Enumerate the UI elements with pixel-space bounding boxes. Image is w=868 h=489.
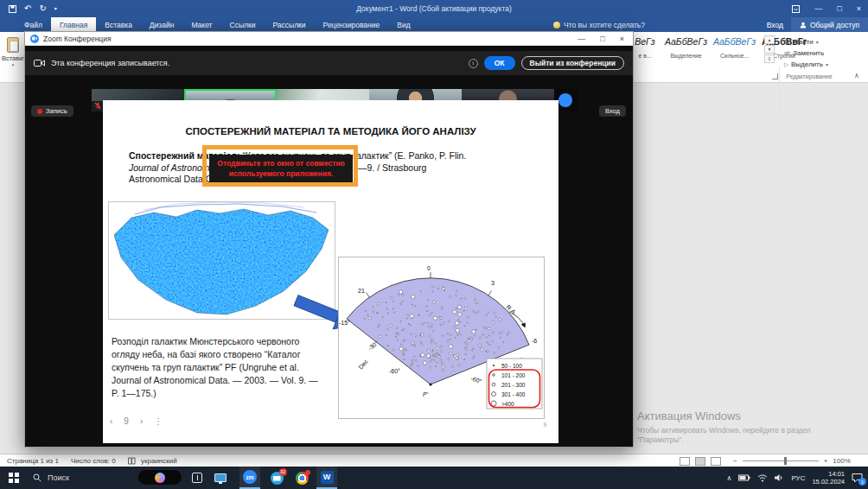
zoom-level[interactable]: 100% [833, 457, 850, 465]
zoom-minimize-button[interactable]: — [578, 35, 585, 43]
speaker-icon[interactable] [775, 473, 784, 482]
tab-view[interactable]: Вид [388, 17, 418, 32]
browser-button[interactable] [291, 467, 312, 489]
lightbulb-icon [553, 22, 560, 29]
ribbon-tab-row: ФайлГлавнаяВставкаДизайнМакетСсылкиРассы… [0, 17, 868, 32]
action-center-button[interactable]: 1 [852, 473, 863, 483]
read-mode-icon[interactable] [680, 457, 690, 466]
ribbon-display-icon[interactable] [792, 5, 800, 13]
ribbon-tabs: ФайлГлавнаяВставкаДизайнМакетСсылкиРассы… [16, 17, 419, 32]
dialog-launcher-icon[interactable] [772, 73, 778, 79]
file-explorer-button[interactable] [210, 467, 231, 489]
style-item[interactable]: ВеГзе в... [629, 35, 661, 60]
minimize-button[interactable]: — [814, 4, 822, 13]
copilot-icon [155, 473, 165, 483]
tab-layout[interactable]: Макет [182, 17, 220, 32]
word-icon: W [321, 471, 334, 484]
info-icon[interactable]: i [469, 59, 478, 68]
unread-badge: 32 [279, 468, 287, 476]
fan-chart: 21 0 3 -6 R.A. -15° -30° -60° Dec -60° -… [339, 257, 544, 416]
gallery-up-icon[interactable]: ▴ [764, 35, 775, 44]
gallery-down-icon[interactable]: ▾ [764, 45, 775, 54]
clipboard-icon [7, 37, 19, 53]
zoom-in-button[interactable]: + [824, 457, 828, 465]
slide-page-number: 9 [543, 422, 546, 428]
zoom-app-button[interactable]: zm [239, 467, 260, 489]
taskbar-search[interactable]: Поиск [33, 470, 69, 486]
prev-page-icon: ‹ [110, 416, 112, 426]
copilot-button[interactable] [138, 470, 182, 485]
tray-expand-icon[interactable]: ∧ [727, 474, 732, 482]
undo-icon[interactable]: ↶ [24, 4, 31, 13]
legend-label: 201 - 300 [501, 382, 526, 388]
legend-label: 50 - 100 [501, 363, 522, 369]
tell-me-box[interactable]: Что вы хотите сделать? [553, 17, 645, 32]
word-count[interactable]: Число слов: 0 [71, 457, 116, 465]
qat-dropdown-icon[interactable]: ▾ [54, 4, 57, 13]
slide-caption: Розподіл галактик Мюнстерського червоног… [112, 335, 328, 400]
proofing-icon[interactable] [128, 457, 136, 465]
replace-button[interactable]: ab Заменить [784, 48, 828, 59]
zoom-maximize-button[interactable]: □ [600, 35, 604, 43]
zoom-close-button[interactable]: × [620, 35, 624, 43]
shared-signin-button: Вход [599, 105, 626, 117]
style-gallery-scroll: ▴ ▾ ≡ [764, 35, 775, 64]
share-button[interactable]: Общий доступ [791, 17, 868, 32]
print-layout-icon[interactable] [695, 457, 705, 466]
zoom-out-button[interactable]: − [733, 457, 737, 465]
editing-group-label: Редактирование [784, 73, 834, 79]
task-view-button[interactable] [192, 473, 202, 483]
web-layout-icon[interactable] [711, 457, 721, 466]
word-signin-button[interactable]: Вход [759, 21, 791, 29]
tab-file[interactable]: Файл [16, 17, 51, 32]
gallery-more-icon[interactable]: ≡ [764, 54, 775, 63]
tab-design[interactable]: Дизайн [141, 17, 183, 32]
messenger-app-button[interactable]: 32 [266, 467, 287, 489]
clock[interactable]: 14:0115.02.2024 [812, 470, 845, 486]
save-icon[interactable] [9, 5, 16, 13]
quick-access-toolbar: ↶ ↻ ▾ [9, 0, 57, 17]
style-item[interactable]: АаБбВеГзСильное... [712, 35, 757, 60]
messenger-icon: 32 [271, 472, 284, 485]
ra-tick: 3 [491, 280, 495, 286]
tab-references[interactable]: Ссылки [221, 17, 265, 32]
zoom-slider-thumb[interactable] [784, 457, 787, 465]
battery-icon[interactable] [738, 474, 750, 481]
language-button[interactable]: украинский [141, 457, 177, 465]
shared-slide: СПОСТЕРЕЖНИЙ МАТЕРІАЛ ТА МЕТОДИКА ЙОГО А… [103, 100, 558, 443]
select-button[interactable]: ▷ Выделить▾ [784, 59, 828, 70]
select-cursor-icon: ▷ [784, 61, 788, 68]
tab-insert[interactable]: Вставка [96, 17, 141, 32]
dec-axis-label: Dec [357, 358, 369, 370]
zoom-body: Эта конференция записывается. i ОК Выйти… [25, 46, 633, 447]
redo-icon[interactable]: ↻ [39, 4, 46, 13]
search-icon [784, 39, 791, 46]
editing-group: Найти▾ ab Заменить ▷ Выделить▾ [784, 36, 828, 70]
word-statusbar: Страница 1 из 1 Число слов: 0 украинский… [0, 454, 868, 467]
collapse-ribbon-icon[interactable]: ∧ [854, 72, 859, 79]
legend-marker-icon [492, 383, 495, 386]
language-indicator[interactable]: РУС [791, 474, 805, 482]
wifi-icon[interactable] [757, 473, 768, 482]
legend-marker-icon [492, 392, 496, 397]
zoom-titlebar[interactable]: Zoom Конференция — □ × [25, 32, 633, 46]
page-count[interactable]: Страница 1 из 1 [7, 457, 59, 465]
leave-meeting-button[interactable]: Выйти из конференции [521, 56, 624, 70]
dec-tick: -15° [339, 320, 350, 326]
word-titlebar: ↶ ↻ ▾ Документ1 - Word (Сбой активации п… [0, 0, 868, 17]
maximize-button[interactable]: □ [837, 4, 841, 13]
tab-review[interactable]: Рецензирование [315, 17, 389, 32]
record-dot-icon [37, 109, 42, 114]
word-app-button[interactable]: W [316, 467, 337, 489]
recording-camera-icon [34, 59, 45, 67]
zoom-slider[interactable] [743, 460, 819, 461]
person-icon [800, 22, 807, 29]
paste-button[interactable]: Вставит ▾ [2, 35, 24, 80]
find-button[interactable]: Найти▾ [784, 36, 828, 48]
start-button[interactable] [9, 473, 19, 483]
ok-button[interactable]: ОК [484, 56, 515, 70]
style-item[interactable]: АаБбВеГзВыделение [663, 35, 709, 60]
close-button[interactable]: × [857, 4, 861, 13]
tab-home[interactable]: Главная [51, 17, 96, 32]
tab-mailings[interactable]: Рассылки [264, 17, 314, 32]
